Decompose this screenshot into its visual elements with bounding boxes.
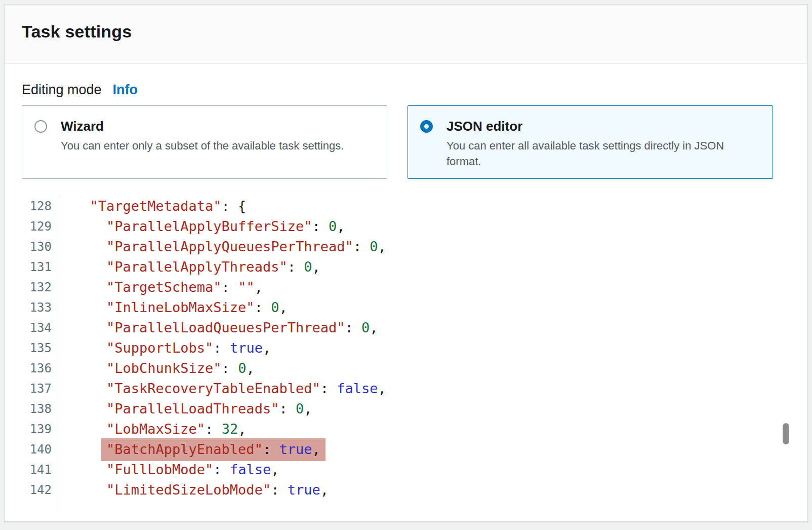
code-line[interactable]: 141 "FullLobMode": false, bbox=[22, 460, 790, 480]
line-number: 142 bbox=[22, 480, 59, 500]
code-text: "TaskRecoveryTableEnabled": false, bbox=[59, 378, 386, 399]
tile-json-editor-text: JSON editor You can enter all available … bbox=[446, 118, 760, 169]
code-line[interactable]: 139 "LobMaxSize": 32, bbox=[22, 419, 790, 439]
tile-json-editor-title: JSON editor bbox=[446, 118, 760, 135]
line-number: 141 bbox=[22, 460, 59, 480]
highlighted-code: "BatchApplyEnabled": true, bbox=[101, 438, 326, 461]
panel-header: Task settings bbox=[5, 5, 807, 64]
code-line-filler bbox=[22, 500, 790, 511]
editing-mode-label: Editing mode bbox=[22, 81, 102, 98]
panel-body: Editing mode Info Wizard You can enter o… bbox=[5, 64, 807, 511]
code-line[interactable]: 138 "ParallelLoadThreads": 0, bbox=[22, 399, 790, 419]
code-line[interactable]: 140 "BatchApplyEnabled": true, bbox=[22, 439, 790, 460]
line-number: 136 bbox=[22, 358, 59, 378]
code-text: "ParallelLoadThreads": 0, bbox=[59, 399, 312, 419]
code-line[interactable]: 137 "TaskRecoveryTableEnabled": false, bbox=[22, 378, 790, 399]
code-text: "ParallelApplyBufferSize": 0, bbox=[59, 216, 345, 237]
editing-mode-label-row: Editing mode Info bbox=[22, 81, 790, 98]
line-number: 135 bbox=[22, 338, 59, 358]
code-line[interactable]: 129 "ParallelApplyBufferSize": 0, bbox=[22, 216, 790, 237]
tile-json-editor[interactable]: JSON editor You can enter all available … bbox=[408, 105, 773, 179]
code-text: "ParallelLoadQueuesPerThread": 0, bbox=[59, 318, 378, 338]
code-text: "TargetSchema": "", bbox=[59, 277, 263, 297]
line-number: 140 bbox=[22, 439, 59, 460]
line-number: 138 bbox=[22, 399, 59, 419]
code-text: "InlineLobMaxSize": 0, bbox=[59, 297, 288, 318]
code-text: "LobMaxSize": 32, bbox=[59, 419, 246, 439]
line-number: 137 bbox=[22, 378, 59, 399]
code-line[interactable]: 142 "LimitedSizeLobMode": true, bbox=[22, 480, 790, 500]
code-text: "LobChunkSize": 0, bbox=[59, 358, 255, 378]
code-line[interactable]: 128 "TargetMetadata": { bbox=[22, 196, 790, 216]
code-line[interactable]: 133 "InlineLobMaxSize": 0, bbox=[22, 297, 790, 318]
code-line[interactable]: 132 "TargetSchema": "", bbox=[22, 277, 790, 297]
panel-title: Task settings bbox=[22, 22, 790, 42]
radio-selected-icon[interactable] bbox=[420, 120, 433, 133]
radio-unselected-icon[interactable] bbox=[34, 120, 47, 133]
line-number: 128 bbox=[22, 196, 59, 216]
vertical-scrollbar-thumb[interactable] bbox=[783, 423, 789, 444]
code-text: "ParallelApplyThreads": 0, bbox=[59, 257, 320, 277]
line-number: 134 bbox=[22, 318, 59, 338]
tile-wizard-description: You can enter only a subset of the avail… bbox=[61, 138, 344, 154]
info-link[interactable]: Info bbox=[113, 81, 138, 98]
code-line[interactable]: 130 "ParallelApplyQueuesPerThread": 0, bbox=[22, 237, 790, 257]
tile-wizard-text: Wizard You can enter only a subset of th… bbox=[61, 118, 344, 154]
line-number: 132 bbox=[22, 277, 59, 297]
tile-wizard-title: Wizard bbox=[61, 118, 344, 135]
line-number: 129 bbox=[22, 216, 59, 237]
code-text: "TargetMetadata": { bbox=[59, 196, 246, 216]
json-code-editor[interactable]: 128 "TargetMetadata": {129 "ParallelAppl… bbox=[22, 196, 790, 511]
line-number: 130 bbox=[22, 237, 59, 257]
code-text: "FullLobMode": false, bbox=[59, 460, 279, 480]
task-settings-panel: Task settings Editing mode Info Wizard Y… bbox=[4, 4, 808, 522]
code-text: "LimitedSizeLobMode": true, bbox=[59, 480, 329, 500]
line-number: 139 bbox=[22, 419, 59, 439]
line-number: 133 bbox=[22, 297, 59, 318]
tile-json-editor-description: You can enter all available task setting… bbox=[446, 138, 760, 169]
tile-wizard[interactable]: Wizard You can enter only a subset of th… bbox=[22, 105, 387, 179]
gutter-filler bbox=[22, 500, 59, 511]
code-line[interactable]: 134 "ParallelLoadQueuesPerThread": 0, bbox=[22, 318, 790, 338]
code-line[interactable]: 131 "ParallelApplyThreads": 0, bbox=[22, 257, 790, 277]
code-text: "ParallelApplyQueuesPerThread": 0, bbox=[59, 237, 386, 257]
line-number: 131 bbox=[22, 257, 59, 277]
code-text: "BatchApplyEnabled": true, bbox=[59, 439, 320, 460]
editing-mode-tiles: Wizard You can enter only a subset of th… bbox=[22, 105, 773, 179]
code-text: "SupportLobs": true, bbox=[59, 338, 271, 358]
code-line[interactable]: 136 "LobChunkSize": 0, bbox=[22, 358, 790, 378]
code-line[interactable]: 135 "SupportLobs": true, bbox=[22, 338, 790, 358]
